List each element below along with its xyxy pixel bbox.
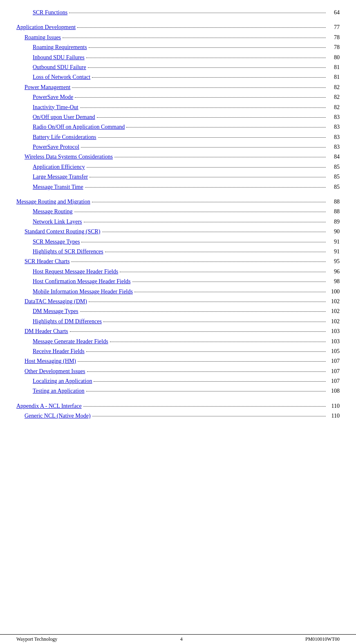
- toc-page: 78: [327, 33, 340, 42]
- toc-link[interactable]: Message Transit Time: [33, 183, 83, 192]
- toc-dots: [85, 187, 326, 188]
- toc-item: Host Request Message Header Fields96: [16, 267, 340, 276]
- toc-item: Power Management82: [16, 83, 340, 92]
- toc-page: 81: [327, 63, 340, 72]
- footer-center: 4: [180, 636, 183, 642]
- toc-item: Battery Life Considerations83: [16, 133, 340, 142]
- toc-link[interactable]: Testing an Application: [33, 387, 85, 396]
- toc-item: Receive Header Fields105: [16, 347, 340, 356]
- toc-link[interactable]: SCR Functions: [33, 8, 67, 17]
- toc-item: PowerSave Protocol83: [16, 143, 340, 152]
- toc-item: Highlights of DM Differences102: [16, 317, 340, 326]
- toc-link[interactable]: SCR Header Charts: [25, 257, 69, 266]
- toc-page: 98: [327, 277, 340, 286]
- toc-dots: [98, 137, 326, 138]
- toc-link[interactable]: Loss of Network Contact: [33, 73, 90, 82]
- toc-page: 83: [327, 123, 340, 132]
- toc-item: Radio On/Off on Application Command83: [16, 123, 340, 132]
- toc-link[interactable]: Wireless Data Systems Considerations: [25, 152, 113, 161]
- toc-dots: [81, 147, 326, 148]
- toc-link[interactable]: Mobile Information Message Header Fields: [33, 287, 133, 296]
- toc-dots: [80, 107, 326, 108]
- toc-page: 64: [327, 8, 340, 17]
- toc-dots: [92, 202, 326, 202]
- toc-link[interactable]: Host Request Message Header Fields: [33, 267, 118, 276]
- toc-page: 91: [327, 237, 340, 246]
- toc-link[interactable]: Message Generate Header Fields: [33, 337, 108, 346]
- toc-dots: [86, 58, 326, 58]
- toc-dots: [72, 87, 326, 88]
- toc-dots: [81, 242, 326, 242]
- toc-link[interactable]: Radio On/Off on Application Command: [33, 123, 125, 132]
- toc-link[interactable]: Highlights of DM Differences: [33, 317, 102, 326]
- footer: Wayport Technology 4 PM010010WT00: [0, 634, 356, 644]
- toc-dots: [105, 252, 326, 252]
- toc-link[interactable]: Roaming Requirements: [33, 43, 87, 52]
- toc-link[interactable]: Appendix A - NCL Interface: [16, 402, 82, 411]
- toc-dots: [63, 38, 326, 38]
- toc-link[interactable]: Application Efficiency: [33, 163, 85, 172]
- toc-item: Message Transit Time85: [16, 183, 340, 192]
- toc-link[interactable]: DataTAC Messaging (DM): [25, 297, 87, 306]
- toc-dots: [69, 13, 326, 13]
- toc-dots: [103, 322, 326, 322]
- toc-dots: [88, 67, 326, 68]
- toc-page: 83: [327, 113, 340, 122]
- toc-link[interactable]: Application Development: [16, 23, 76, 32]
- toc-link[interactable]: Receive Header Fields: [33, 347, 85, 356]
- toc-link[interactable]: Roaming Issues: [25, 33, 61, 42]
- toc-link[interactable]: Outbound SDU Failure: [33, 63, 86, 72]
- toc-dots: [87, 371, 326, 372]
- toc-page: 83: [327, 143, 340, 152]
- toc-item: Message Routing and Migration88: [16, 197, 340, 206]
- toc-dots: [83, 406, 326, 407]
- toc-item: Testing an Application108: [16, 387, 340, 396]
- toc-link[interactable]: DM Header Charts: [25, 327, 68, 336]
- toc-link[interactable]: Generic NCL (Native Mode): [25, 411, 91, 420]
- toc-link[interactable]: Inbound SDU Failures: [33, 53, 85, 62]
- toc-dots: [74, 212, 326, 212]
- toc-dots: [89, 47, 326, 48]
- toc-page: 83: [327, 133, 340, 142]
- toc-link[interactable]: On/Off upon User Demand: [33, 113, 95, 122]
- toc-page: 110: [327, 402, 340, 411]
- toc-link[interactable]: Network Link Layers: [33, 217, 82, 226]
- toc-item: DM Message Types102: [16, 307, 340, 316]
- toc-item: Roaming Requirements78: [16, 43, 340, 52]
- toc-dots: [80, 311, 326, 312]
- footer-left: Wayport Technology: [16, 636, 57, 642]
- toc-page: 95: [327, 257, 340, 266]
- toc-link[interactable]: PowerSave Protocol: [33, 143, 79, 152]
- toc-page: 82: [327, 83, 340, 92]
- toc-item: Loss of Network Contact81: [16, 73, 340, 82]
- toc-item: Host Confirmation Message Header Fields9…: [16, 277, 340, 286]
- toc-link[interactable]: Message Routing: [33, 207, 73, 216]
- toc-link[interactable]: Large Message Transfer: [33, 172, 88, 181]
- toc-item: Generic NCL (Native Mode)110: [16, 411, 340, 420]
- toc-dots: [86, 391, 326, 391]
- toc-link[interactable]: Inactivity Time-Out: [33, 103, 78, 112]
- toc-link[interactable]: Highlights of SCR Differences: [33, 247, 103, 256]
- toc-item: Roaming Issues78: [16, 33, 340, 42]
- toc-dots: [126, 127, 326, 127]
- toc-item: DataTAC Messaging (DM)102: [16, 297, 340, 306]
- toc-link[interactable]: PowerSave Mode: [33, 93, 73, 102]
- toc-link[interactable]: DM Message Types: [33, 307, 78, 316]
- toc-link[interactable]: Localizing an Application: [33, 377, 92, 386]
- toc-page: 78: [327, 43, 340, 52]
- toc-item: Message Generate Header Fields103: [16, 337, 340, 346]
- toc-dots: [90, 177, 326, 177]
- toc-container: SCR Functions64Application Development77…: [16, 8, 340, 421]
- toc-item: SCR Header Charts95: [16, 257, 340, 266]
- toc-link[interactable]: Power Management: [25, 83, 70, 92]
- toc-link[interactable]: Other Development Issues: [25, 367, 85, 376]
- toc-link[interactable]: Host Confirmation Message Header Fields: [33, 277, 131, 286]
- toc-link[interactable]: SCR Message Types: [33, 237, 80, 246]
- toc-dots: [71, 262, 326, 262]
- toc-dots: [102, 232, 326, 232]
- toc-link[interactable]: Host Messaging (HM): [25, 357, 76, 366]
- toc-link[interactable]: Standard Context Routing (SCR): [25, 227, 101, 236]
- toc-link[interactable]: Message Routing and Migration: [16, 197, 90, 206]
- toc-link[interactable]: Battery Life Considerations: [33, 133, 96, 142]
- toc-page: 80: [327, 53, 340, 62]
